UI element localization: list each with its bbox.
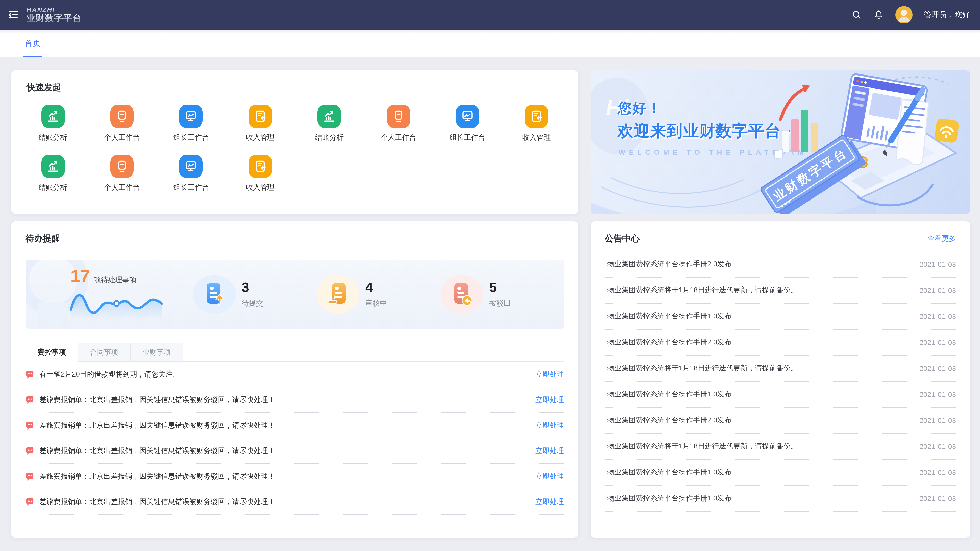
tab-contract-items[interactable]: 合同事项 (78, 343, 130, 362)
handle-now-link[interactable]: 立即处理 (535, 446, 564, 455)
stat-review-value: 4 (366, 280, 387, 295)
notice-item-date: 2021-01-03 (920, 260, 956, 268)
quick-launch-item[interactable]: 结账分析 (18, 155, 88, 192)
todo-stats-banner: 17 项待处理事项 (25, 260, 564, 329)
notice-item-text[interactable]: ·物业集团费控系统平台操作手册2.0发布 (605, 338, 732, 347)
todo-list-item: 差旅费报销单：北京出差报销，因关键信息错误被财务驳回，请尽快处理！ 立即处理 (25, 438, 564, 464)
todo-list: 有一笔2月20日的借款即将到期，请您关注。 立即处理 差旅费报销单：北京出差报销… (25, 362, 564, 515)
notice-item-text[interactable]: ·物业集团费控系统将于1月18日进行迭代更新，请提前备份。 (605, 364, 798, 373)
message-bubble-icon (25, 472, 34, 481)
notice-item-text[interactable]: ·物业集团费控系统平台操作手册2.0发布 (605, 416, 732, 425)
quick-launch-tile (318, 105, 341, 128)
notice-bullet: · (605, 390, 607, 398)
notice-item-text[interactable]: ·物业集团费控系统平台操作手册1.0发布 (605, 390, 732, 399)
income-management-icon (529, 109, 544, 124)
user-avatar[interactable] (895, 6, 913, 24)
quick-launch-item[interactable]: 组长工作台 (433, 105, 502, 142)
quick-launch-item[interactable]: 个人工作台 (88, 105, 157, 142)
review-doc-icon (317, 275, 360, 313)
handle-now-link[interactable]: 立即处理 (535, 395, 564, 404)
banner-title-line1: 您好！ (617, 99, 662, 118)
quick-launch-tile (248, 155, 272, 178)
quick-launch-label: 结账分析 (315, 133, 344, 142)
quick-launch-label: 个人工作台 (380, 133, 416, 142)
todo-stats-row: 17 项待处理事项 (25, 260, 564, 329)
income-management-icon (253, 159, 268, 174)
quick-launch-label: 收入管理 (522, 133, 551, 142)
quick-launch-item[interactable]: 收入管理 (226, 155, 295, 192)
tab-home-label: 首页 (24, 38, 41, 49)
submit-doc-icon (192, 275, 235, 313)
notice-list-item: ·物业集团费控系统平台操作手册1.0发布 2021-01-03 (605, 460, 956, 486)
notice-item-date: 2021-01-03 (920, 416, 956, 424)
todo-trend-sparkline (69, 288, 164, 320)
notice-bullet: · (605, 364, 607, 372)
todo-item-text: 差旅费报销单：北京出差报销，因关键信息错误被财务驳回，请尽快处理！ (39, 497, 275, 507)
notice-item-text[interactable]: ·物业集团费控系统将于1月18日进行迭代更新，请提前备份。 (605, 442, 798, 451)
notice-list-item: ·物业集团费控系统平台操作手册1.0发布 2021-01-03 (605, 486, 956, 512)
quick-launch-label: 组长工作台 (173, 133, 209, 142)
message-bubble-icon (25, 446, 34, 455)
tab-expense-items[interactable]: 费控事项 (25, 343, 78, 362)
quick-launch-item[interactable]: 收入管理 (502, 105, 571, 142)
quick-launch-label: 个人工作台 (104, 133, 140, 142)
message-bubble-icon (25, 370, 34, 379)
personal-workbench-icon (115, 159, 130, 174)
quick-launch-item[interactable]: 结账分析 (295, 105, 364, 142)
notice-list-item: ·物业集团费控系统将于1月18日进行迭代更新，请提前备份。 2021-01-03 (605, 356, 956, 382)
notice-item-text[interactable]: ·物业集团费控系统将于1月18日进行迭代更新，请提前备份。 (605, 286, 798, 295)
notice-item-text[interactable]: ·物业集团费控系统平台操作手册1.0发布 (605, 494, 732, 503)
notice-title: 公告中心 (605, 233, 640, 245)
quick-launch-item[interactable]: 组长工作台 (157, 155, 226, 192)
quick-launch-tile (41, 155, 65, 178)
quick-launch-tile (180, 105, 203, 128)
tab-finance-items[interactable]: 业财事项 (130, 343, 183, 362)
todo-summary-label: 项待处理事项 (94, 275, 137, 285)
search-icon[interactable] (851, 10, 862, 20)
quick-launch-item[interactable]: 收入管理 (226, 105, 295, 142)
notice-item-text[interactable]: ·物业集团费控系统平台操作手册1.0发布 (605, 312, 732, 321)
personal-workbench-icon (391, 109, 406, 124)
quick-launch-item[interactable]: 个人工作台 (88, 155, 157, 192)
quick-launch-label: 收入管理 (246, 183, 275, 192)
leader-workbench-icon (183, 109, 199, 124)
quick-launch-item[interactable]: 个人工作台 (364, 105, 433, 142)
view-more-link[interactable]: 查看更多 (928, 234, 956, 243)
collapse-menu-icon[interactable] (7, 9, 19, 21)
notice-item-text[interactable]: ·物业集团费控系统平台操作手册2.0发布 (605, 260, 732, 269)
user-greeting[interactable]: 管理员，您好 (924, 10, 970, 20)
todo-list-item: 差旅费报销单：北京出差报销，因关键信息错误被财务驳回，请尽快处理！ 立即处理 (25, 489, 564, 515)
quick-launch-label: 个人工作台 (104, 183, 140, 192)
notice-item-title: 物业集团费控系统平台操作手册1.0发布 (607, 468, 732, 476)
quick-launch-item[interactable]: 组长工作台 (157, 105, 226, 142)
bell-icon[interactable] (873, 10, 884, 20)
notice-list-item: ·物业集团费控系统平台操作手册2.0发布 2021-01-03 (605, 251, 956, 278)
brand-logo: HANZHI 业财数字平台 (27, 6, 82, 23)
stat-pending-submit: 3 待提交 (192, 275, 317, 313)
todo-list-item: 差旅费报销单：北京出差报销，因关键信息错误被财务驳回，请尽快处理！ 立即处理 (25, 413, 564, 438)
notice-item-title: 物业集团费控系统平台操作手册2.0发布 (607, 338, 732, 346)
quick-launch-label: 组长工作台 (173, 183, 209, 192)
notice-item-date: 2021-01-03 (920, 442, 956, 451)
avatar-person-icon (895, 6, 913, 24)
top-navbar: HANZHI 业财数字平台 管理员，您好 (0, 0, 980, 30)
handle-now-link[interactable]: 立即处理 (535, 472, 564, 481)
tab-home[interactable]: 首页 (24, 30, 41, 57)
stat-submit-value: 3 (242, 280, 263, 295)
chart-analysis-icon (321, 109, 337, 124)
quick-launch-tile (180, 155, 203, 178)
notice-item-text[interactable]: ·物业集团费控系统平台操作手册1.0发布 (605, 468, 732, 477)
handle-now-link[interactable]: 立即处理 (535, 497, 564, 507)
todo-tabs: 费控事项 合同事项 业财事项 (25, 343, 564, 362)
handle-now-link[interactable]: 立即处理 (535, 370, 564, 379)
leader-workbench-icon (183, 159, 199, 174)
notice-item-title: 物业集团费控系统平台操作手册2.0发布 (607, 260, 732, 268)
quick-launch-item[interactable]: 结账分析 (18, 105, 88, 142)
income-management-icon (253, 109, 268, 124)
page-tabbar: 首页 (0, 30, 980, 57)
handle-now-link[interactable]: 立即处理 (535, 421, 564, 430)
quick-launch-title: 快速发起 (18, 82, 571, 94)
quick-launch-tile (525, 105, 549, 128)
navbar-left: HANZHI 业财数字平台 (7, 6, 82, 23)
stat-rejected-label: 被驳回 (489, 299, 511, 308)
